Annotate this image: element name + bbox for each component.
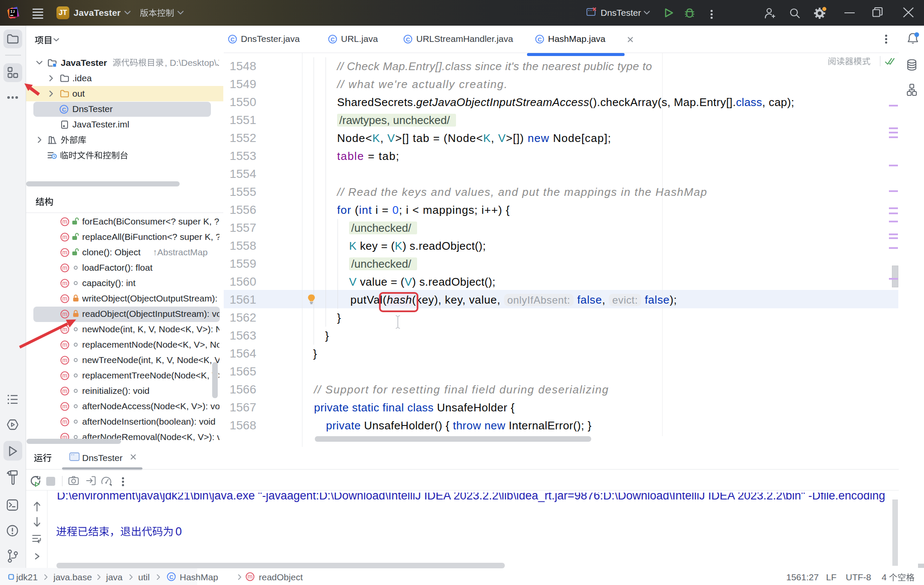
svg-text:m: m	[62, 357, 68, 363]
svg-text:C: C	[231, 36, 235, 43]
svg-text:m: m	[62, 387, 68, 394]
svg-text:m: m	[248, 573, 253, 580]
svg-text:C: C	[406, 36, 410, 43]
svg-text:C: C	[62, 106, 66, 113]
svg-text:m: m	[62, 403, 68, 410]
svg-text:m: m	[62, 280, 68, 287]
svg-text:m: m	[62, 264, 68, 271]
svg-text:m: m	[62, 418, 68, 425]
svg-text:C: C	[169, 574, 174, 580]
svg-text:m: m	[62, 295, 68, 302]
svg-text:C: C	[538, 36, 542, 43]
svg-text:m: m	[62, 372, 68, 379]
svg-text:m: m	[62, 233, 68, 240]
svg-text:m: m	[62, 249, 68, 256]
svg-text:m: m	[62, 218, 68, 225]
svg-text:IJ: IJ	[10, 10, 15, 14]
svg-text:C: C	[331, 36, 335, 43]
